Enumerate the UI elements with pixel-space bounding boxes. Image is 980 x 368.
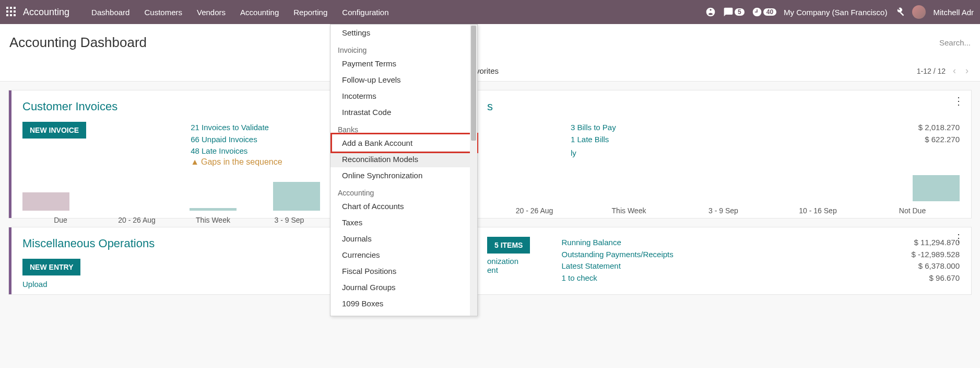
new-entry-button[interactable]: NEW ENTRY — [22, 259, 80, 275]
section-banks: Banks — [330, 120, 477, 135]
stat-value: $ 2,018.270 — [918, 122, 960, 134]
search-input[interactable]: Search... — [939, 38, 971, 47]
control-bar: roup By ★Favorites 1-12 / 12 ‹ › — [0, 61, 980, 82]
menu-fiscal-positions[interactable]: Fiscal Positions — [330, 263, 477, 279]
section-accounting: Accounting — [330, 183, 477, 198]
new-invoice-button[interactable]: NEW INVOICE — [22, 122, 86, 139]
menu-1099-boxes[interactable]: 1099 Boxes — [330, 295, 477, 303]
upload-link[interactable]: Upload — [22, 280, 48, 289]
bills-chart — [487, 157, 960, 204]
card-bank: ⋮ 5 ITEMS onization ent Running Balance$… — [424, 227, 972, 295]
subheader: Accounting Dashboard Search... — [0, 24, 980, 61]
tools-icon[interactable] — [894, 7, 905, 17]
stat-value: $ 622.270 — [925, 134, 960, 146]
warning-icon: ▲ — [191, 157, 199, 166]
top-icons: 5 40 My Company (San Francisco) Mitchell… — [705, 5, 974, 19]
nav-accounting[interactable]: Accounting — [233, 2, 286, 23]
stat-value: $ -12,989.528 — [911, 249, 960, 261]
menu-incoterms[interactable]: Incoterms — [330, 88, 477, 104]
menu-payment-terms[interactable]: Payment Terms — [330, 55, 477, 72]
menu-journal-groups[interactable]: Journal Groups — [330, 279, 477, 295]
warning-gaps[interactable]: ▲Gaps in the sequence — [191, 157, 282, 166]
card-menu-icon[interactable]: ⋮ — [953, 98, 964, 104]
nav-reporting[interactable]: Reporting — [286, 2, 335, 23]
messages-badge: 5 — [735, 8, 745, 16]
link-invoices-validate[interactable]: 21 Invoices to Validate — [191, 122, 282, 134]
chart-bar — [913, 175, 960, 201]
link-bills-to-pay[interactable]: 3 Bills to Pay — [571, 122, 616, 134]
brand[interactable]: Accounting — [23, 7, 69, 18]
user-name[interactable]: Mitchell Adr — [933, 8, 974, 17]
card-bills: ⋮ s 3 Bills to Pay$ 2,018.270 1 Late Bil… — [424, 90, 972, 218]
content: ⋮ Customer Invoices NEW INVOICE 21 Invoi… — [0, 82, 980, 303]
nav-customers[interactable]: Customers — [137, 2, 190, 23]
timer-badge: 40 — [763, 8, 776, 16]
text-fragment: onization — [487, 257, 530, 266]
timer-icon[interactable]: 40 — [752, 7, 776, 17]
menu-online-sync[interactable]: Online Synchronization — [330, 167, 477, 183]
chart-bar — [22, 192, 69, 211]
nav-vendors[interactable]: Vendors — [190, 2, 233, 23]
stat-value: $ 96.670 — [929, 272, 960, 284]
link-to-check[interactable]: 1 to check — [561, 272, 597, 284]
section-invoicing: Invoicing — [330, 41, 477, 55]
company-selector[interactable]: My Company (San Francisco) — [784, 8, 887, 17]
link-running-balance[interactable]: Running Balance — [561, 237, 621, 249]
pager-next[interactable]: › — [963, 65, 971, 76]
menu-journals[interactable]: Journals — [330, 231, 477, 247]
dropdown-scrollbar[interactable] — [470, 25, 477, 303]
card-menu-icon[interactable]: ⋮ — [953, 235, 964, 241]
messages-icon[interactable]: 5 — [723, 7, 745, 17]
pager-text: 1-12 / 12 — [917, 67, 946, 75]
menu-followup-levels[interactable]: Follow-up Levels — [330, 72, 477, 88]
pager: 1-12 / 12 ‹ › — [917, 65, 971, 76]
menu-settings[interactable]: Settings — [330, 25, 477, 41]
chart-axis: 20 - 26 Aug This Week 3 - 9 Sep 10 - 16 … — [487, 206, 960, 215]
link-unpaid-invoices[interactable]: 66 Unpaid Invoices — [191, 134, 282, 146]
configuration-dropdown: Settings Invoicing Payment Terms Follow-… — [330, 24, 478, 303]
menu-taxes[interactable]: Taxes — [330, 214, 477, 231]
pager-prev[interactable]: ‹ — [951, 65, 958, 76]
text-fragment: ent — [487, 266, 530, 274]
stat-value: $ 6,378.000 — [918, 260, 960, 272]
stat-value: $ 11,294.870 — [914, 237, 960, 249]
menu-reconciliation-models[interactable]: Reconciliation Models — [330, 151, 477, 167]
text-fragment: ly — [571, 148, 960, 157]
top-nav: Accounting Dashboard Customers Vendors A… — [0, 0, 980, 24]
link-outstanding[interactable]: Outstanding Payments/Receipts — [561, 249, 673, 261]
menu-currencies[interactable]: Currencies — [330, 247, 477, 263]
nav-dashboard[interactable]: Dashboard — [84, 2, 137, 23]
avatar[interactable] — [912, 5, 926, 19]
link-late-invoices[interactable]: 48 Late Invoices — [191, 145, 282, 157]
nav-configuration[interactable]: Configuration — [335, 2, 396, 23]
chart-bar — [190, 208, 237, 211]
page-title: Accounting Dashboard — [9, 34, 147, 51]
menu-add-bank-account[interactable]: Add a Bank Account — [330, 135, 477, 151]
items-badge[interactable]: 5 ITEMS — [487, 237, 530, 254]
link-late-bills[interactable]: 1 Late Bills — [571, 134, 609, 146]
apps-icon[interactable] — [6, 7, 17, 17]
link-latest-statement[interactable]: Latest Statement — [561, 260, 620, 272]
chart-bar — [273, 182, 320, 211]
menu-intrastat-code[interactable]: Intrastat Code — [330, 104, 477, 120]
phone-icon[interactable] — [705, 7, 716, 17]
card-title-fragment: s — [487, 100, 960, 113]
menu-chart-of-accounts[interactable]: Chart of Accounts — [330, 198, 477, 214]
